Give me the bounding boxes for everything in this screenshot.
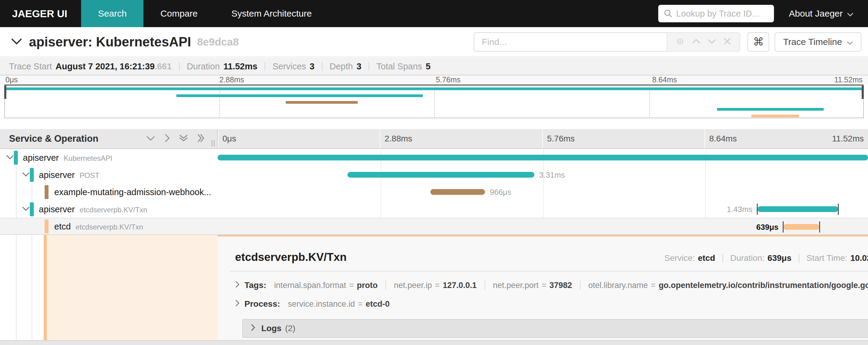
trace-title: apiserver: KubernetesAPI bbox=[29, 34, 191, 50]
trace-id-short: 8e9dca8 bbox=[197, 36, 239, 48]
tag-item: otel.library.name = go.opentelemetry.io/… bbox=[588, 281, 868, 290]
minimap-tick: 2.88ms bbox=[219, 76, 244, 84]
span-row-etcd-txn[interactable]: etcd etcdserverpb.KV/Txn 639μs bbox=[0, 218, 868, 235]
expand-one-icon[interactable] bbox=[164, 134, 170, 144]
column-resize-handle[interactable] bbox=[212, 140, 215, 147]
chevron-right-icon[interactable] bbox=[235, 299, 240, 309]
nav-item-search[interactable]: Search bbox=[81, 0, 144, 27]
chevron-down-icon[interactable] bbox=[6, 155, 14, 161]
trace-id-lookup[interactable] bbox=[658, 5, 774, 22]
process-row[interactable]: Process: service.instance.id = etcd-0 bbox=[235, 299, 868, 309]
detail-meta: Service: etcd Duration: 639μs Start Time… bbox=[664, 253, 868, 263]
span-bar[interactable]: 3.31ms bbox=[347, 172, 534, 178]
span-row-timeline[interactable] bbox=[218, 149, 868, 166]
chevron-right-icon[interactable] bbox=[235, 281, 240, 290]
timeline-minimap[interactable] bbox=[4, 84, 864, 118]
span-row-label[interactable]: etcd etcdserverpb.KV/Txn bbox=[0, 218, 218, 234]
minimap-span-bar bbox=[286, 101, 358, 104]
trace-summary-bar: Trace Start August 7 2021, 16:21:39 .661… bbox=[0, 58, 868, 76]
find-input[interactable] bbox=[482, 37, 659, 47]
minimap-right-handle[interactable] bbox=[862, 86, 864, 99]
span-bar[interactable] bbox=[218, 155, 868, 161]
process-key: service.instance.id bbox=[288, 299, 355, 309]
timeline-header-gridline bbox=[542, 129, 543, 148]
tags-row[interactable]: Tags: internal.span.format = proto net.p… bbox=[235, 281, 868, 290]
selected-span-rail bbox=[44, 235, 47, 340]
span-row-label[interactable]: apiserver etcdserverpb.KV/Txn bbox=[0, 201, 218, 218]
span-row-webhook[interactable]: example-mutating-admission-webhook... 96… bbox=[0, 183, 868, 201]
collapse-one-icon[interactable] bbox=[146, 136, 155, 142]
nav-item-compare[interactable]: Compare bbox=[144, 0, 214, 27]
span-rows: apiserver KubernetesAPI apiserver POST bbox=[0, 149, 868, 235]
span-row-timeline[interactable]: 639μs bbox=[218, 218, 868, 234]
nav-item-system-architecture[interactable]: System Architecture bbox=[215, 0, 329, 27]
find-clear-icon[interactable] bbox=[723, 37, 731, 47]
logs-section[interactable]: Logs (2) bbox=[242, 319, 868, 338]
span-bar[interactable]: 1.43ms bbox=[757, 206, 838, 212]
trace-view-dropdown[interactable]: Trace Timeline bbox=[775, 32, 861, 52]
span-row-label[interactable]: apiserver KubernetesAPI bbox=[0, 149, 218, 166]
trace-header-controls: ⌘ Trace Timeline bbox=[474, 32, 861, 52]
divider bbox=[722, 254, 723, 263]
span-row-apiserver-post[interactable]: apiserver POST 3.31ms bbox=[0, 166, 868, 183]
find-prev-icon[interactable] bbox=[692, 38, 701, 45]
collapse-all-icon[interactable] bbox=[179, 134, 188, 143]
chevron-down-icon[interactable] bbox=[22, 172, 30, 178]
span-duration-label: 639μs bbox=[756, 222, 778, 232]
tag-item: net.peer.port = 37982 bbox=[493, 281, 572, 290]
span-service: apiserver bbox=[39, 170, 75, 180]
find-field[interactable] bbox=[474, 32, 667, 52]
span-name: example-mutating-admission-webhook... bbox=[54, 187, 211, 197]
trace-id-lookup-input[interactable] bbox=[676, 9, 769, 19]
span-row-timeline[interactable]: 966μs bbox=[218, 183, 868, 201]
total-spans-label: Total Spans bbox=[376, 61, 422, 71]
duration-value: 11.52ms bbox=[223, 61, 257, 71]
timeline-tick: 8.64ms bbox=[709, 134, 737, 144]
minimap-tick: 5.76ms bbox=[436, 76, 461, 84]
divider bbox=[580, 281, 581, 290]
timeline-tick: 2.88ms bbox=[384, 134, 412, 144]
divider bbox=[385, 281, 386, 290]
logs-count: (2) bbox=[285, 324, 296, 333]
detail-title-row: etcdserverpb.KV/Txn Service: etcd Durati… bbox=[235, 251, 868, 264]
span-detail-left-gutter bbox=[0, 235, 218, 340]
span-row-timeline[interactable]: 3.31ms bbox=[218, 166, 868, 183]
about-jaeger-menu[interactable]: About Jaeger bbox=[789, 8, 868, 19]
span-end-tick bbox=[783, 221, 784, 232]
span-row-label[interactable]: example-mutating-admission-webhook... bbox=[0, 183, 218, 201]
tag-key: net.peer.ip bbox=[394, 281, 432, 290]
about-jaeger-label: About Jaeger bbox=[789, 8, 843, 19]
minimap-span-bar bbox=[751, 115, 799, 117]
tag-key: net.peer.port bbox=[493, 281, 539, 290]
span-name: etcd etcdserverpb.KV/Txn bbox=[54, 221, 143, 231]
tree-controls bbox=[146, 134, 205, 144]
focus-target-icon[interactable] bbox=[676, 37, 685, 47]
services-value: 3 bbox=[310, 61, 314, 71]
span-row-apiserver-kubernetesapi[interactable]: apiserver KubernetesAPI bbox=[0, 149, 868, 166]
services-label: Services bbox=[273, 61, 306, 71]
divider bbox=[322, 62, 322, 71]
service-operation-title: Service & Operation bbox=[9, 133, 98, 144]
minimap-left-handle[interactable] bbox=[4, 86, 6, 99]
span-name: apiserver POST bbox=[39, 170, 99, 180]
chevron-down-icon[interactable] bbox=[22, 206, 30, 212]
span-service: apiserver bbox=[23, 152, 59, 163]
span-row-apiserver-etcd-txn[interactable]: apiserver etcdserverpb.KV/Txn 1.43ms bbox=[0, 201, 868, 218]
find-next-icon[interactable] bbox=[708, 38, 716, 45]
trace-view-label: Trace Timeline bbox=[783, 37, 842, 47]
collapse-trace-icon[interactable] bbox=[11, 38, 22, 46]
depth-label: Depth bbox=[330, 61, 353, 71]
span-bar[interactable]: 966μs bbox=[430, 189, 485, 195]
jaeger-trace-page: JAEGER UI Search Compare System Architec… bbox=[0, 0, 868, 345]
find-tools bbox=[667, 32, 740, 52]
span-row-label[interactable]: apiserver POST bbox=[0, 166, 218, 183]
detail-start-time-value: 10.02ms bbox=[850, 253, 868, 263]
detail-service-label: Service: bbox=[664, 253, 695, 263]
detail-service-value: etcd bbox=[698, 253, 715, 263]
expand-all-icon[interactable] bbox=[197, 134, 205, 144]
span-name: apiserver etcdserverpb.KV/Txn bbox=[39, 204, 147, 214]
keyboard-shortcuts-button[interactable]: ⌘ bbox=[747, 32, 769, 52]
span-row-timeline[interactable]: 1.43ms bbox=[218, 201, 868, 218]
span-bar[interactable]: 639μs bbox=[783, 224, 819, 230]
chevron-right-icon bbox=[251, 324, 255, 333]
